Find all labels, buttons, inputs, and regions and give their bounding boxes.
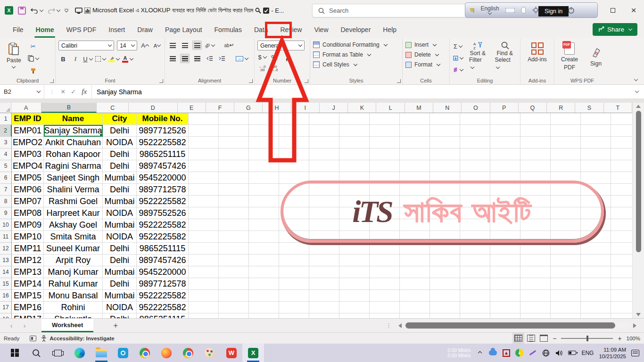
column-header-B[interactable]: B [41, 103, 97, 113]
cell-C3[interactable]: NOIDA [103, 137, 137, 148]
row-header-7[interactable]: 7 [0, 184, 12, 196]
cell-D2[interactable]: 9897712526 [137, 125, 189, 137]
cell-M3[interactable] [430, 137, 460, 148]
cell-S4[interactable] [611, 148, 632, 160]
cell-M12[interactable] [430, 243, 460, 255]
tab-view[interactable]: View [308, 22, 334, 38]
adobe-tray-icon[interactable]: ▲ [502, 349, 510, 357]
row-header-15[interactable]: 15 [0, 278, 12, 290]
cell-L17[interactable] [400, 302, 430, 313]
accessibility-status[interactable]: Accessibility: Investigate [41, 335, 114, 342]
cell-K13[interactable] [370, 255, 400, 266]
cell-G16[interactable] [249, 290, 279, 302]
copy-button[interactable] [28, 54, 39, 63]
cell-E12[interactable] [189, 243, 219, 255]
number-format-select[interactable]: General [257, 41, 305, 50]
cell-O5[interactable] [490, 160, 520, 172]
cell-D4[interactable]: 9865251115 [137, 148, 189, 160]
cell-B3[interactable]: Ankit Chauhan [44, 137, 103, 148]
avro-language-bar[interactable]: অ English e ? [465, 2, 598, 18]
column-header-S[interactable]: S [575, 103, 603, 113]
cell-A12[interactable]: EMP11 [12, 243, 44, 255]
cell-K2[interactable] [370, 125, 400, 137]
column-header-J[interactable]: J [320, 103, 348, 113]
cell-L1[interactable] [400, 113, 430, 125]
cell-K16[interactable] [370, 290, 400, 302]
cell-G8[interactable] [249, 196, 279, 207]
zoom-level[interactable]: 100% [627, 336, 640, 341]
cell-E3[interactable] [189, 137, 219, 148]
cell-K17[interactable] [370, 302, 400, 313]
cell-O13[interactable] [490, 255, 520, 266]
cell-I1[interactable] [309, 113, 339, 125]
cell-A11[interactable]: EMP10 [12, 231, 44, 243]
cell-K12[interactable] [370, 243, 400, 255]
align-left-button[interactable] [168, 54, 177, 63]
autosum-button[interactable]: Σ [453, 41, 463, 51]
font-size-select[interactable]: 14 [117, 41, 137, 50]
fill-color-button[interactable] [108, 54, 119, 64]
close-window-button[interactable]: × [623, 0, 644, 21]
cell-M16[interactable] [430, 290, 460, 302]
cell-A1[interactable]: EMP ID [12, 113, 44, 125]
cell-G17[interactable] [249, 302, 279, 313]
cell-E16[interactable] [189, 290, 219, 302]
cell-R13[interactable] [581, 255, 611, 266]
scroll-up-arrow[interactable] [636, 105, 641, 108]
cell-N1[interactable] [460, 113, 490, 125]
expand-formula-bar-button[interactable] [635, 89, 639, 93]
cell-L3[interactable] [400, 137, 430, 148]
taskbar-search-button[interactable] [25, 344, 47, 362]
row-header-14[interactable]: 14 [0, 266, 12, 278]
new-sheet-button[interactable]: + [113, 321, 118, 330]
cell-L18[interactable] [400, 313, 430, 318]
cell-C11[interactable]: NOIDA [103, 231, 137, 243]
notification-center-icon[interactable] [631, 349, 639, 357]
cell-E18[interactable] [189, 313, 219, 318]
cell-A14[interactable]: EMP13 [12, 266, 44, 278]
avro-bengali-letter[interactable]: অ [470, 6, 474, 15]
battery-icon[interactable] [568, 349, 576, 357]
row-header-1[interactable]: 1 [0, 113, 12, 125]
column-header-O[interactable]: O [462, 103, 490, 113]
cell-C9[interactable]: NOIDA [103, 207, 137, 219]
cell-P5[interactable] [520, 160, 551, 172]
formula-bar-value[interactable]: Sanjay Sharma [92, 88, 634, 96]
row-header-8[interactable]: 8 [0, 196, 12, 207]
cell-A13[interactable]: EMP12 [12, 255, 44, 266]
cell-F1[interactable] [219, 113, 249, 125]
align-bottom-button[interactable] [192, 41, 202, 50]
cell-L2[interactable] [400, 125, 430, 137]
decrease-font-button[interactable]: A [152, 41, 162, 50]
screen-recorder-icon[interactable] [112, 344, 134, 362]
cell-P15[interactable] [520, 278, 551, 290]
cell-D10[interactable]: 9522225582 [137, 219, 189, 231]
number-dialog-launcher[interactable] [305, 79, 308, 83]
cell-P4[interactable] [520, 148, 551, 160]
page-break-view-button[interactable] [540, 335, 548, 342]
sheet-tab-worksheet[interactable]: Worksheet [41, 319, 93, 332]
cell-N2[interactable] [460, 125, 490, 137]
row-header-12[interactable]: 12 [0, 243, 12, 255]
cell-M17[interactable] [430, 302, 460, 313]
cell-S18[interactable] [611, 313, 632, 318]
font-dialog-launcher[interactable] [159, 79, 163, 83]
cell-F5[interactable] [219, 160, 249, 172]
cell-S13[interactable] [611, 255, 632, 266]
cell-D13[interactable]: 9897457426 [137, 255, 189, 266]
cell-K14[interactable] [370, 266, 400, 278]
column-header-T[interactable]: T [604, 103, 632, 113]
insert-function-button[interactable]: fx [82, 88, 87, 96]
search-box[interactable]: Search [312, 4, 485, 17]
cell-R1[interactable] [581, 113, 611, 125]
cell-F18[interactable] [219, 313, 249, 318]
cell-K15[interactable] [370, 278, 400, 290]
cell-R14[interactable] [581, 266, 611, 278]
cell-D18[interactable]: 9865251115 [137, 313, 189, 318]
borders-button[interactable] [95, 54, 106, 64]
tab-developer[interactable]: Developer [335, 22, 377, 38]
page-layout-view-button[interactable] [527, 335, 535, 342]
column-header-Q[interactable]: Q [519, 103, 547, 113]
cell-J12[interactable] [339, 243, 370, 255]
horizontal-scrollbar[interactable] [398, 321, 636, 329]
